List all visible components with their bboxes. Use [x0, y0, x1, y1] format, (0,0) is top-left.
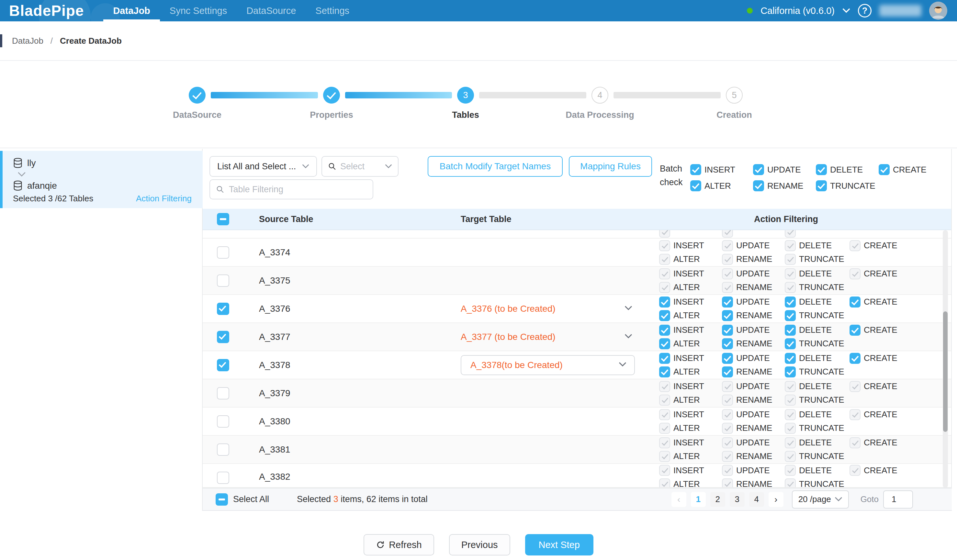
action-checkbox-delete-a_3381 — [785, 437, 796, 448]
action-filter-lines: INSERTUPDATEDELETECREATEALTERRENAMETRUNC… — [659, 295, 952, 322]
select-all-footer-checkbox[interactable] — [216, 493, 228, 506]
action-checkbox-insert-a_3376[interactable] — [659, 297, 670, 308]
action-checkbox-delete-a_3376[interactable] — [785, 297, 796, 308]
refresh-button[interactable]: Refresh — [363, 534, 434, 555]
step-label-2: Properties — [273, 110, 390, 120]
action-checkbox-alter-a_3378[interactable] — [659, 366, 670, 377]
action-label-create: CREATE — [864, 325, 897, 335]
target-select-chevron[interactable] — [624, 334, 632, 340]
batch-check-checkbox-insert[interactable] — [690, 164, 701, 175]
refresh-icon — [376, 540, 385, 549]
batch-check-checkbox-alter[interactable] — [690, 180, 701, 191]
next-step-button[interactable]: Next Step — [525, 534, 594, 555]
action-checkbox-insert-a_3378[interactable] — [659, 353, 670, 364]
action-checkbox-create-a_3382 — [850, 465, 861, 476]
action-label-insert: INSERT — [673, 297, 704, 307]
pagination-page-4[interactable]: 4 — [749, 492, 764, 507]
action-checkbox-rename-a_3378[interactable] — [722, 366, 733, 377]
list-mode-select[interactable]: List All and Select ... — [210, 156, 317, 177]
batch-check-checkbox-delete[interactable] — [816, 164, 827, 175]
action-update: UPDATE — [722, 324, 785, 337]
row-select-checkbox-a_3382[interactable] — [217, 472, 229, 484]
nav-item-datasource[interactable]: DataSource — [237, 0, 306, 21]
target-select-chevron[interactable] — [624, 306, 632, 312]
action-filtering-link[interactable]: Action Filtering — [136, 194, 192, 203]
nav-item-sync-settings[interactable]: Sync Settings — [160, 0, 237, 21]
chevron-down-icon[interactable] — [842, 8, 850, 13]
batch-modify-target-names-button[interactable]: Batch Modify Target Names — [428, 156, 563, 177]
breadcrumb-parent[interactable]: DataJob — [12, 36, 43, 46]
row-select-checkbox-a_3378[interactable] — [217, 359, 229, 371]
action-label-insert: INSERT — [673, 269, 704, 279]
pagination-page-2[interactable]: 2 — [710, 492, 725, 507]
batch-check-label-update: UPDATE — [767, 165, 801, 175]
action-filter-lines — [659, 230, 952, 238]
action-filtering-cell: INSERTUPDATEDELETECREATEALTERRENAMETRUNC… — [651, 352, 952, 379]
action-checkbox-rename-a_3377[interactable] — [722, 338, 733, 349]
quick-select-dropdown[interactable]: Select — [322, 156, 398, 177]
environment-status-dot — [747, 8, 753, 14]
action-checkbox-rename-a_3376[interactable] — [722, 310, 733, 321]
action-checkbox-truncate-a_3377[interactable] — [785, 338, 796, 349]
action-checkbox-update-a_3377[interactable] — [722, 325, 733, 336]
avatar[interactable] — [929, 2, 947, 20]
batch-check-checkbox-create[interactable] — [879, 164, 890, 175]
nav-item-settings[interactable]: Settings — [306, 0, 359, 21]
table-filter-input[interactable] — [229, 185, 367, 194]
table-scrollbar-track[interactable] — [943, 230, 948, 488]
previous-button[interactable]: Previous — [449, 534, 510, 555]
column-header-source-table: Source Table — [259, 214, 313, 224]
action-checkbox-update-a_3378[interactable] — [722, 353, 733, 364]
chevron-down-icon — [624, 334, 632, 339]
action-checkbox-update-a_3376[interactable] — [722, 297, 733, 308]
help-icon[interactable]: ? — [858, 4, 872, 17]
target-table-select[interactable]: A_3378(to be Created) — [461, 355, 635, 375]
action-checkbox-create-a_3377[interactable] — [850, 325, 861, 336]
pagination-page-1[interactable]: 1 — [691, 492, 706, 507]
page-size-select[interactable]: 20 /page — [792, 491, 849, 508]
action-truncate: TRUNCATE — [785, 422, 850, 435]
action-checkbox-truncate-a_3378[interactable] — [785, 366, 796, 377]
action-checkbox-insert-a_3377[interactable] — [659, 325, 670, 336]
batch-check-label-create: CREATE — [893, 165, 927, 175]
pagination-page-3[interactable]: 3 — [730, 492, 745, 507]
action-checkbox-delete-a_3378[interactable] — [785, 353, 796, 364]
pagination-next[interactable]: › — [769, 492, 783, 507]
action-alter: ALTER — [659, 478, 722, 488]
table-scrollbar-thumb[interactable] — [943, 311, 948, 432]
goto-page-input[interactable] — [883, 491, 913, 508]
action-label-delete: DELETE — [799, 381, 832, 391]
batch-check-checkbox-rename[interactable] — [753, 180, 764, 191]
action-checkbox-create-a_3376[interactable] — [850, 297, 861, 308]
target-table-value[interactable]: A_3377 (to be Created) — [461, 332, 556, 342]
action-label-alter: ALTER — [673, 311, 700, 320]
action-rename: RENAME — [722, 422, 785, 435]
action-label-insert: INSERT — [673, 410, 704, 420]
action-checkbox-alter-a_3377[interactable] — [659, 338, 670, 349]
row-select-checkbox-a_3381[interactable] — [217, 443, 229, 456]
select-all-header-checkbox[interactable] — [217, 213, 229, 225]
row-select-cell — [203, 443, 243, 456]
batch-check-checkbox-truncate[interactable] — [816, 180, 827, 191]
nav-item-datajob[interactable]: DataJob — [103, 0, 160, 21]
action-label-truncate: TRUNCATE — [799, 451, 844, 461]
row-select-checkbox-a_3375[interactable] — [217, 274, 229, 287]
mapping-rules-button[interactable]: Mapping Rules — [569, 156, 652, 177]
batch-check-group: INSERTUPDATEDELETECREATEALTERRENAMETRUNC… — [690, 163, 927, 192]
row-select-checkbox-a_3379[interactable] — [217, 387, 229, 399]
action-checkbox-alter-a_3376[interactable] — [659, 310, 670, 321]
action-label-alter: ALTER — [673, 479, 700, 488]
action-checkbox-truncate-a_3376[interactable] — [785, 310, 796, 321]
table-row-a_3376: A_3376A_3376 (to be Created)INSERTUPDATE… — [203, 295, 952, 323]
action-checkbox-delete-a_3377[interactable] — [785, 325, 796, 336]
action-rename: RENAME — [722, 281, 785, 294]
row-select-checkbox-a_3374[interactable] — [217, 246, 229, 259]
pagination-prev[interactable]: ‹ — [671, 492, 686, 507]
row-select-checkbox-a_3380[interactable] — [217, 415, 229, 427]
batch-check-checkbox-update[interactable] — [753, 164, 764, 175]
row-select-checkbox-a_3377[interactable] — [217, 331, 229, 343]
environment-selector[interactable]: California (v0.6.0) — [761, 5, 835, 16]
row-select-checkbox-a_3376[interactable] — [217, 303, 229, 315]
action-checkbox-create-a_3378[interactable] — [850, 353, 861, 364]
target-table-value[interactable]: A_3376 (to be Created) — [461, 304, 556, 314]
